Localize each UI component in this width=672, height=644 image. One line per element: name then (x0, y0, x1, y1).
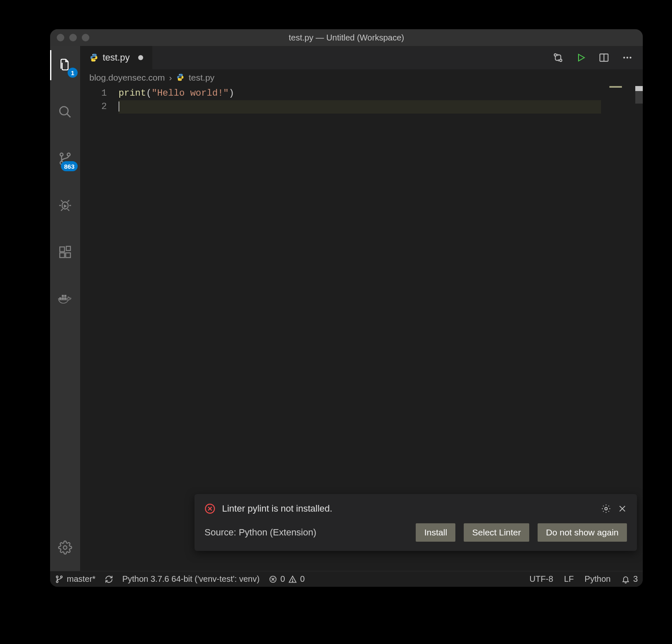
svg-point-27 (179, 74, 180, 75)
editor-region: test.py (80, 46, 643, 571)
bell-icon (621, 575, 630, 583)
do-not-show-again-button[interactable]: Do not show again (538, 523, 627, 542)
status-bar: master* Python 3.7.6 64-bit ('venv-test'… (50, 571, 643, 587)
svg-rect-10 (66, 246, 71, 251)
titlebar: test.py — Untitled (Workspace) (50, 29, 643, 46)
breadcrumb-folder[interactable]: blog.doyensec.com (89, 73, 165, 83)
svg-point-28 (181, 79, 182, 80)
svg-point-18 (95, 60, 96, 61)
bug-icon (58, 198, 72, 213)
language-mode-status[interactable]: Python (585, 574, 611, 584)
gear-icon (601, 504, 611, 514)
line-number: 2 (80, 100, 107, 114)
python-file-icon (89, 53, 99, 62)
code-line (119, 100, 601, 114)
notification-source: Source: Python (Extension) (205, 527, 407, 538)
svg-point-16 (63, 546, 67, 550)
tab-label: test.py (103, 52, 130, 63)
install-button[interactable]: Install (416, 523, 455, 542)
svg-point-25 (627, 57, 628, 58)
svg-point-35 (56, 576, 58, 578)
error-icon (205, 503, 215, 514)
source-control-tab[interactable]: 863 (50, 144, 80, 174)
line-number-gutter: 1 2 (80, 86, 119, 571)
svg-rect-9 (66, 253, 70, 257)
breadcrumb: blog.doyensec.com › test.py (80, 69, 643, 86)
text-cursor (119, 101, 119, 112)
explorer-badge: 1 (68, 68, 78, 78)
eol-status[interactable]: LF (564, 574, 573, 584)
problems-status[interactable]: 0 0 (269, 574, 305, 584)
explorer-tab[interactable]: 1 (50, 50, 80, 80)
search-tab[interactable] (50, 97, 80, 127)
svg-point-17 (92, 54, 93, 55)
code-line: print("Hello world!") (119, 87, 601, 100)
notification-toast: Linter pylint is not installed. Source: … (195, 494, 637, 551)
scm-badge: 863 (61, 161, 78, 171)
svg-point-0 (60, 106, 68, 115)
close-icon (618, 504, 627, 513)
split-editor-button[interactable] (599, 52, 609, 63)
play-icon (576, 53, 586, 63)
encoding-status[interactable]: UTF-8 (530, 574, 553, 584)
svg-line-1 (67, 114, 71, 117)
svg-rect-7 (60, 247, 64, 251)
svg-point-2 (60, 153, 63, 156)
notification-settings-button[interactable] (601, 504, 611, 514)
svg-point-3 (67, 153, 70, 156)
compare-changes-button[interactable] (553, 52, 563, 63)
python-interpreter-status[interactable]: Python 3.7.6 64-bit ('venv-test': venv) (122, 574, 260, 584)
gear-icon (58, 540, 72, 555)
svg-rect-8 (60, 253, 64, 257)
editor-tabbar: test.py (80, 46, 643, 69)
window-title: test.py — Untitled (Workspace) (50, 33, 643, 43)
activity-bar: 1 863 (50, 46, 80, 571)
line-number: 1 (80, 87, 107, 100)
docker-icon (58, 293, 73, 305)
svg-rect-15 (64, 295, 66, 297)
svg-point-19 (554, 54, 556, 56)
docker-tab[interactable] (50, 284, 80, 314)
run-button[interactable] (576, 53, 586, 63)
svg-marker-21 (579, 54, 584, 61)
notifications-status[interactable]: 3 (621, 574, 638, 584)
git-branch-status[interactable]: master* (55, 574, 96, 584)
breadcrumb-file[interactable]: test.py (176, 73, 215, 83)
svg-point-36 (61, 576, 62, 578)
editor-actions (553, 46, 643, 69)
more-actions-button[interactable] (622, 52, 633, 63)
sync-icon (105, 575, 113, 583)
error-circle-icon (269, 575, 277, 583)
notification-close-button[interactable] (618, 504, 627, 513)
git-branch-icon (55, 575, 63, 583)
svg-point-20 (560, 59, 562, 61)
search-icon (58, 105, 72, 119)
split-icon (599, 52, 609, 63)
svg-point-24 (623, 57, 625, 58)
extensions-icon (58, 245, 72, 259)
svg-point-32 (605, 507, 607, 510)
git-compare-icon (553, 52, 563, 63)
ellipsis-icon (622, 52, 633, 63)
extensions-tab[interactable] (50, 237, 80, 267)
svg-point-26 (629, 57, 631, 58)
editor-tab-test-py[interactable]: test.py (80, 46, 152, 69)
chevron-right-icon: › (169, 73, 172, 83)
svg-marker-6 (64, 204, 67, 208)
python-file-icon (176, 73, 185, 82)
select-linter-button[interactable]: Select Linter (464, 523, 529, 542)
run-debug-tab[interactable] (50, 190, 80, 221)
vscode-window: test.py — Untitled (Workspace) 1 863 (50, 29, 643, 587)
tab-dirty-indicator (138, 55, 143, 60)
git-sync-button[interactable] (105, 575, 113, 583)
minimap[interactable] (609, 86, 634, 103)
notification-message: Linter pylint is not installed. (222, 503, 594, 514)
warning-triangle-icon (288, 575, 297, 583)
svg-rect-14 (62, 295, 64, 297)
settings-button[interactable] (50, 532, 80, 563)
svg-point-37 (56, 581, 58, 582)
svg-point-42 (292, 581, 293, 582)
